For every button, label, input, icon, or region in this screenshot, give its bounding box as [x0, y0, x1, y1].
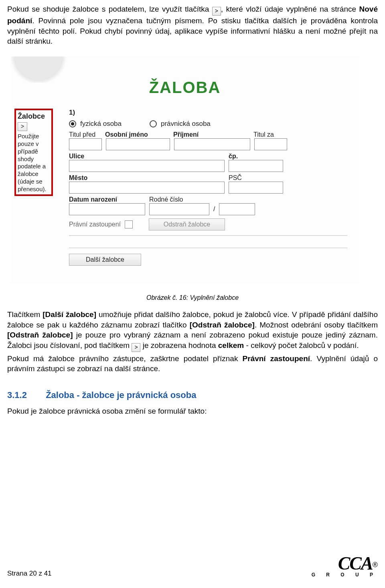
text: Pokud se shoduje žalobce s podatelem, lz…: [7, 5, 212, 13]
input-datum-nar[interactable]: [69, 203, 145, 215]
text: . Povinná pole jsou vyznačena tučným pís…: [7, 16, 378, 45]
label-cp: čp.: [229, 153, 238, 160]
cca-logo: CCA® G R O U P: [312, 557, 378, 578]
input-ulice[interactable]: [69, 160, 225, 172]
input-prijmeni[interactable]: [174, 138, 250, 150]
input-psc[interactable]: [229, 182, 283, 194]
input-titul-za[interactable]: [254, 138, 287, 150]
text-bold: [Odstraň žalobce]: [7, 331, 73, 339]
text: Tlačítkem: [7, 310, 43, 319]
text-bold: [Odstraň žalobce]: [190, 321, 255, 329]
text: - celkový počet žalobců v podání.: [244, 341, 359, 350]
intro-paragraph: Pokud se shoduje žalobce s podatelem, lz…: [7, 4, 378, 46]
label-prijmeni: Příjmení: [173, 131, 253, 138]
text: je zobrazena hodnota: [140, 341, 218, 350]
body-paragraph: Pokud je žalobce právnická osoba změní s…: [7, 406, 378, 416]
sidebar-zalobce: Žalobce > Použijte pouze v případě shody…: [14, 109, 53, 196]
page-title: ŽALOBA: [10, 79, 359, 97]
label-titul-pred: Titul před: [69, 131, 105, 138]
label-ulice: Ulice: [69, 153, 229, 160]
label-pravni-zast: Právní zastoupení: [69, 221, 121, 228]
radio-dot-icon: [71, 122, 74, 125]
remove-plaintiff-button[interactable]: Odstraň žalobce: [149, 218, 225, 230]
text: , které vloží údaje vyplněné na stránce: [221, 5, 359, 13]
form-main: 1) fyzická osoba právnická osoba Titul p…: [53, 109, 359, 268]
arrow-right-icon: >: [132, 343, 140, 352]
checkbox-pravni-zast[interactable]: [125, 220, 133, 228]
sidebar-title: Žalobce: [18, 112, 50, 121]
radio-pravnicka-label: právnická osoba: [161, 120, 211, 128]
section-title: Žaloba - žalobce je právnická osoba: [46, 390, 196, 400]
label-titul-za: Titul za: [253, 131, 274, 138]
logo-text: CCA: [338, 553, 373, 574]
logo-subtitle: G R O U P: [312, 572, 378, 578]
figure-caption: Obrázek č. 16: Vyplnění žalobce: [7, 294, 378, 301]
body-paragraph: Pokud má žalobce právního zástupce, zašk…: [7, 354, 378, 374]
copy-data-button[interactable]: >: [18, 122, 27, 131]
label-osobni-jmeno: Osobní jméno: [105, 131, 173, 138]
label-psc: PSČ: [229, 174, 242, 182]
slash-separator: /: [213, 206, 215, 213]
label-rodne-cislo: Rodné číslo: [149, 196, 183, 203]
label-datum-nar: Datum narození: [69, 196, 149, 203]
section-heading: 3.1.2 Žaloba - žalobce je právnická osob…: [7, 390, 378, 400]
add-plaintiff-button[interactable]: Další žalobce: [69, 254, 141, 266]
text: . Možnost odebrání osoby tlačítkem: [255, 321, 378, 329]
figure-zaloba-form: ŽALOBA Žalobce > Použijte pouze v případ…: [7, 57, 378, 284]
page-footer: Strana 20 z 41 CCA® G R O U P: [7, 557, 378, 578]
arrow-right-icon: >: [212, 7, 221, 16]
radio-pravnicka[interactable]: [150, 120, 157, 127]
sidebar-hint: Použijte pouze v případě shody podatele …: [18, 133, 50, 193]
input-cp[interactable]: [229, 160, 283, 172]
separator: [69, 248, 347, 248]
body-paragraph: Tlačítkem [Další žalobce] umožňuje přida…: [7, 309, 378, 352]
radio-fyzicka[interactable]: [69, 120, 76, 127]
input-rc-2[interactable]: [219, 203, 255, 215]
input-rc-1[interactable]: [149, 203, 209, 215]
text-bold: celkem: [218, 341, 244, 350]
page-number: Strana 20 z 41: [7, 570, 52, 578]
section-number: 3.1.2: [7, 390, 43, 400]
label-mesto: Město: [69, 174, 229, 182]
app-window: ŽALOBA Žalobce > Použijte pouze v případ…: [10, 57, 359, 284]
registered-icon: ®: [373, 561, 378, 569]
form-number: 1): [69, 109, 347, 117]
input-titul-pred[interactable]: [69, 138, 102, 150]
input-mesto[interactable]: [69, 182, 225, 194]
text-bold: Právní zastoupení: [243, 354, 310, 363]
text: Pokud má žalobce právního zástupce, zašk…: [7, 354, 243, 363]
radio-fyzicka-label: fyzická osoba: [80, 120, 122, 128]
input-osobni-jmeno[interactable]: [106, 138, 170, 150]
separator: [69, 235, 347, 236]
text-bold: [Další žalobce]: [43, 310, 96, 319]
